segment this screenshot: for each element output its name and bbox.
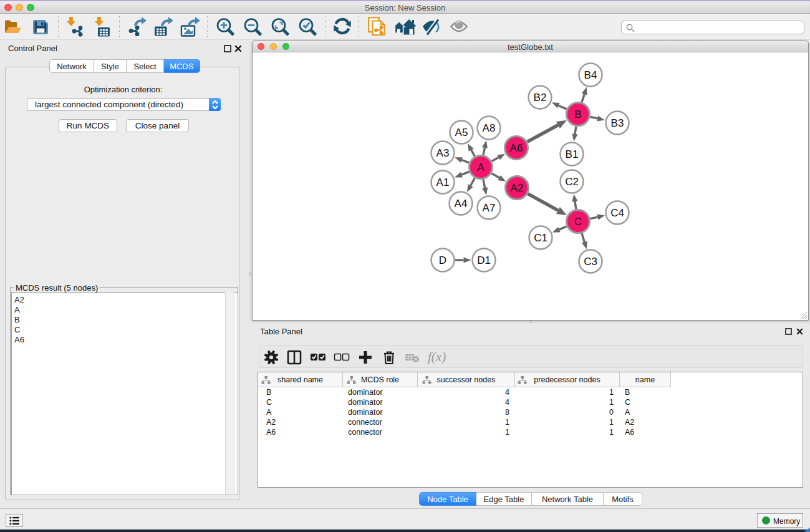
- svg-text:A5: A5: [455, 127, 468, 138]
- svg-text:A4: A4: [455, 198, 468, 210]
- svg-text:C: C: [574, 216, 582, 228]
- svg-text:A8: A8: [483, 122, 496, 134]
- svg-text:A2: A2: [511, 182, 524, 194]
- svg-text:C3: C3: [584, 256, 597, 268]
- svg-text:B: B: [574, 109, 581, 120]
- svg-text:A6: A6: [510, 142, 523, 154]
- svg-text:A3: A3: [436, 147, 450, 159]
- svg-text:C4: C4: [610, 207, 624, 219]
- svg-text:D1: D1: [477, 254, 491, 266]
- svg-text:B4: B4: [584, 69, 597, 81]
- svg-text:A7: A7: [483, 202, 496, 214]
- svg-text:B1: B1: [566, 148, 579, 160]
- svg-text:A: A: [477, 162, 485, 173]
- svg-text:C2: C2: [565, 176, 579, 188]
- svg-text:B3: B3: [611, 117, 624, 129]
- svg-text:A1: A1: [436, 177, 450, 188]
- svg-text:B2: B2: [534, 92, 547, 104]
- svg-text:C1: C1: [534, 232, 547, 244]
- svg-text:D: D: [439, 254, 446, 266]
